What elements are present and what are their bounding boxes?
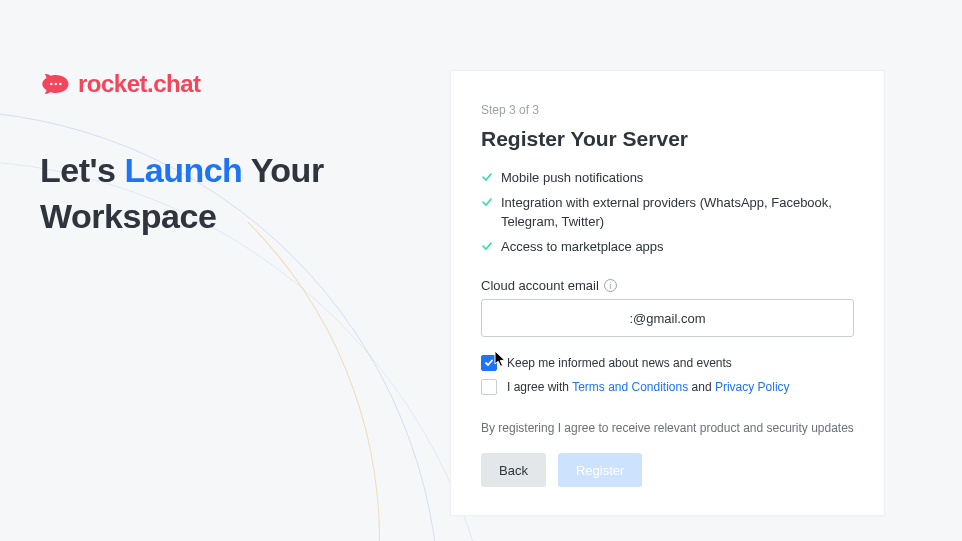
register-card: Step 3 of 3 Register Your Server Mobile … (450, 70, 885, 516)
brand-logo: rocket.chat (40, 70, 420, 98)
card-title: Register Your Server (481, 127, 854, 151)
agree-checkbox[interactable] (481, 379, 497, 395)
feature-item: Access to marketplace apps (481, 238, 854, 257)
info-icon[interactable]: i (604, 279, 617, 292)
page-tagline: Let's Launch Your Workspace (40, 148, 420, 240)
feature-item: Mobile push notifications (481, 169, 854, 188)
terms-link[interactable]: Terms and Conditions (572, 380, 688, 394)
step-indicator: Step 3 of 3 (481, 103, 854, 117)
check-icon (481, 171, 493, 183)
news-checkbox[interactable] (481, 355, 497, 371)
check-icon (481, 240, 493, 252)
feature-item: Integration with external providers (Wha… (481, 194, 854, 232)
svg-point-2 (59, 83, 62, 86)
agree-label: I agree with Terms and Conditions and Pr… (507, 380, 790, 394)
svg-point-1 (54, 83, 57, 86)
brand-name: rocket.chat (78, 70, 201, 98)
svg-point-0 (50, 83, 53, 86)
email-label: Cloud account email i (481, 278, 854, 293)
disclaimer-text: By registering I agree to receive releva… (481, 421, 854, 435)
privacy-link[interactable]: Privacy Policy (715, 380, 790, 394)
rocket-icon (40, 72, 70, 96)
feature-list: Mobile push notifications Integration wi… (481, 169, 854, 256)
register-button[interactable]: Register (558, 453, 642, 487)
email-field[interactable] (481, 299, 854, 337)
check-icon (481, 196, 493, 208)
news-label: Keep me informed about news and events (507, 356, 732, 370)
back-button[interactable]: Back (481, 453, 546, 487)
